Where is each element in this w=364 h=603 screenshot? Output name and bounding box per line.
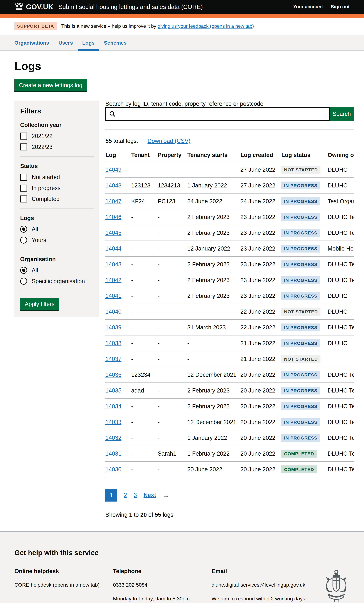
log-link-14033[interactable]: 14033 [106,419,121,425]
filter-group-title-organisation: Organisation [20,256,94,263]
download-csv-link[interactable]: Download (CSV) [148,138,190,144]
cell-tenant: 123123 [131,178,158,193]
next-page-link[interactable]: Next [143,492,156,498]
log-link-14042[interactable]: 14042 [106,277,121,283]
crown-icon [14,3,24,11]
log-link-14031[interactable]: 14031 [106,451,121,457]
status-badge: IN PROGRESS [281,229,320,237]
log-link-14036[interactable]: 14036 [106,371,121,378]
cell-owning-organisation: Test Organisa [328,193,354,209]
logs-table-wrap: LogTenantPropertyTenancy startsLog creat… [106,152,354,477]
cell-tenant: - [131,225,158,241]
log-link-14030[interactable]: 14030 [106,466,121,473]
log-link-14034[interactable]: 14034 [106,403,121,409]
cell-property: - [158,320,187,335]
status-badge: NOT STARTED [281,308,320,316]
cell-property: - [158,383,187,398]
apply-filters-button[interactable]: Apply filters [20,298,59,310]
next-arrow-icon[interactable]: → [163,491,169,499]
log-link-14035[interactable]: 14035 [106,387,121,394]
footer-link[interactable]: CORE helpdesk (opens in a new tab) [14,582,99,588]
search-button[interactable]: Search [329,107,354,121]
log-link-14049[interactable]: 14049 [106,166,121,173]
filter-option-specific-organisation: Specific organisation [20,278,94,285]
tab-organisations[interactable]: Organisations [10,35,54,50]
log-link-14047[interactable]: 14047 [106,198,121,204]
cell-owning-organisation: DLUHC Test [328,398,354,414]
cell-tenancy: 2 February 2023 [187,383,240,398]
footer-link-online-helpdesk[interactable]: CORE helpdesk (opens in a new tab) [14,581,113,589]
cell-status: IN PROGRESS [281,320,328,335]
log-link-14046[interactable]: 14046 [106,214,121,220]
filter-group-title-logs: Logs [20,215,94,221]
sign-out-link[interactable]: Sign out [331,4,350,10]
status-badge: IN PROGRESS [281,371,320,379]
checkbox-status-not-started[interactable] [20,174,27,181]
search-label: Search by log ID, tenant code, property … [106,101,263,107]
tab-logs[interactable]: Logs [78,35,99,50]
page-2[interactable]: 2 [124,492,127,498]
table-row: 1404812312312342131 January 202227 June … [106,178,354,193]
cell-log: 14036 [106,367,131,383]
cell-property: - [158,209,187,225]
service-name[interactable]: Submit social housing lettings and sales… [59,3,203,10]
radio-logs-all[interactable] [20,226,27,233]
checkbox-collection-year-2021-22[interactable] [20,133,27,139]
create-lettings-log-button[interactable]: Create a new lettings log [14,79,87,91]
checkbox-status-completed[interactable] [20,196,27,202]
log-link-14045[interactable]: 14045 [106,230,121,236]
log-link-14044[interactable]: 14044 [106,245,121,252]
status-badge: IN PROGRESS [281,245,320,253]
footer-link[interactable]: dluhc.digital-services@levellingup.gov.u… [211,582,305,588]
tab-users[interactable]: Users [54,35,78,50]
log-link-14032[interactable]: 14032 [106,435,121,441]
cell-status: NOT STARTED [281,304,328,320]
results-summary: 55 total logs. Download (CSV) [106,138,354,144]
radio-organisation-specific-organisation[interactable] [20,278,27,285]
govuk-header: GOV.UK Submit social housing lettings an… [0,0,364,14]
showing-from: 1 [129,511,132,518]
table-row: 14033--12 December 202120 June 2022IN PR… [106,414,354,430]
showing-summary: Showing 1 to 20 of 55 logs [106,511,354,518]
option-label: Completed [32,196,59,202]
cell-owning-organisation: DLUHC Test [328,383,354,398]
cell-tenancy: 24 June 2022 [187,193,240,209]
footer-text: Monday to Friday, 9am to 5:30pm [113,595,211,603]
tab-schemes[interactable]: Schemes [99,35,131,50]
govuk-home-link[interactable]: GOV.UK [14,3,53,11]
checkbox-collection-year-2022-23[interactable] [20,143,27,151]
radio-logs-yours[interactable] [20,237,27,244]
log-link-14037[interactable]: 14037 [106,356,121,362]
page-1[interactable]: 1 [106,489,117,501]
log-link-14041[interactable]: 14041 [106,293,121,299]
footer-link-email[interactable]: dluhc.digital-services@levellingup.gov.u… [211,581,310,589]
cell-status: COMPLETED [281,462,328,477]
log-link-14039[interactable]: 14039 [106,324,121,331]
status-badge: IN PROGRESS [281,197,320,205]
column-header-owning-organisation: Owning organisation [328,152,354,162]
cell-created: 21 June 2022 [240,351,281,367]
table-row: 14032--1 January 202220 June 2022IN PROG… [106,430,354,446]
log-link-14040[interactable]: 14040 [106,309,121,315]
column-header-log: Log [106,152,131,162]
status-badge: COMPLETED [281,450,317,458]
checkbox-status-in-progress[interactable] [20,185,27,192]
phase-banner-static-text: This is a new service – help us improve … [61,23,158,29]
status-badge: IN PROGRESS [281,402,320,410]
search-box [106,107,329,121]
page-3[interactable]: 3 [134,492,137,498]
log-link-14043[interactable]: 14043 [106,261,121,267]
cell-property: - [158,351,187,367]
cell-tenant: - [131,304,158,320]
log-link-14048[interactable]: 14048 [106,182,121,189]
cell-created: 22 June 2022 [240,320,281,335]
cell-property: - [158,225,187,241]
search-input[interactable] [106,107,329,121]
feedback-link[interactable]: giving us your feedback (opens in a new … [158,23,254,29]
filter-option-yours: Yours [20,237,94,244]
log-link-14038[interactable]: 14038 [106,340,121,346]
your-account-link[interactable]: Your account [293,4,323,10]
cell-owning-organisation: DLUHC Test [328,430,354,446]
cell-tenancy: - [187,162,240,178]
radio-organisation-all[interactable] [20,267,27,274]
